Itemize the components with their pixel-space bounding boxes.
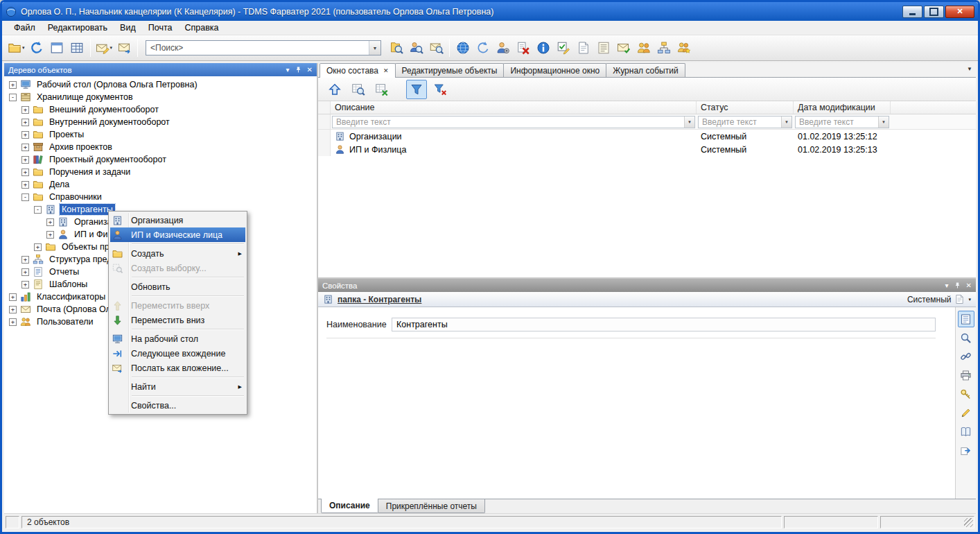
toolbar-reload-button[interactable] bbox=[473, 38, 493, 58]
column-header[interactable]: Описание bbox=[331, 101, 697, 114]
context-menu-item-refresh[interactable]: Обновить bbox=[110, 279, 245, 294]
toolbar-view-cards-button[interactable] bbox=[67, 38, 87, 58]
collapse-icon[interactable]: - bbox=[21, 193, 29, 201]
panel-menu-icon[interactable]: ▾ bbox=[945, 282, 949, 289]
prop-edit-button[interactable] bbox=[958, 404, 974, 421]
filter-input[interactable]: Введите текст▼ bbox=[698, 116, 792, 128]
toolbar-new-object-button[interactable]: ▾ bbox=[6, 38, 27, 58]
panel-close-icon[interactable]: ✕ bbox=[307, 66, 313, 74]
toolbar-find-mail-button[interactable] bbox=[426, 38, 446, 58]
expand-icon[interactable]: + bbox=[21, 256, 29, 264]
toolbar-contacts-button[interactable] bbox=[633, 38, 654, 58]
expand-icon[interactable]: + bbox=[46, 231, 54, 239]
filter-dropdown-icon[interactable]: ▼ bbox=[684, 117, 694, 128]
prop-tab-description[interactable]: Описание bbox=[321, 499, 378, 513]
tree-item[interactable]: +Внутренний документооборот bbox=[4, 116, 317, 128]
context-menu-item-send-as-attachment[interactable]: Послать как вложение... bbox=[110, 361, 245, 375]
menubar-item-help[interactable]: Справка bbox=[178, 21, 225, 34]
menubar-item-view[interactable]: Вид bbox=[114, 21, 142, 34]
status-dropdown-icon[interactable]: ▾ bbox=[968, 297, 971, 302]
toolbar-exchange-button[interactable] bbox=[453, 38, 473, 58]
toolbar-find-objects-button[interactable] bbox=[386, 38, 406, 58]
collapse-icon[interactable]: - bbox=[34, 206, 42, 214]
toolbar-new-window-button[interactable] bbox=[47, 38, 67, 58]
tree-item[interactable]: +Архив проектов bbox=[4, 141, 317, 153]
tab-close-icon[interactable]: ✕ bbox=[383, 67, 389, 74]
context-menu-item-to-desktop[interactable]: На рабочий стол bbox=[110, 331, 245, 346]
table-row[interactable]: ОрганизацииСистемный01.02.2019 13:25:12 bbox=[318, 130, 976, 143]
prop-access-button[interactable] bbox=[958, 386, 974, 402]
resize-grip[interactable] bbox=[880, 516, 974, 528]
prop-search-button[interactable] bbox=[958, 329, 974, 346]
expand-icon[interactable]: + bbox=[21, 169, 29, 176]
panel-close-icon[interactable]: ✕ bbox=[966, 282, 972, 289]
prop-links-button[interactable] bbox=[958, 348, 974, 365]
content-level-up-button[interactable] bbox=[324, 80, 345, 99]
toolbar-info-button[interactable] bbox=[533, 38, 553, 58]
toolbar-send-mail-button[interactable] bbox=[114, 38, 134, 58]
object-link[interactable]: папка - Контрагенты bbox=[338, 295, 421, 304]
menubar-item-edit[interactable]: Редактировать bbox=[42, 21, 114, 34]
tree-item[interactable]: -Хранилище документов bbox=[4, 91, 317, 103]
content-filter-settings-button[interactable] bbox=[430, 80, 450, 99]
context-menu-item-properties[interactable]: Свойства... bbox=[110, 398, 245, 413]
toolbar-user-tasks-button[interactable] bbox=[493, 38, 513, 58]
expand-icon[interactable]: + bbox=[9, 306, 17, 313]
expand-icon[interactable]: + bbox=[21, 268, 29, 276]
expand-icon[interactable]: + bbox=[21, 281, 29, 288]
search-dropdown-button[interactable]: ▼ bbox=[369, 41, 380, 55]
menubar-item-file[interactable]: Файл bbox=[8, 21, 42, 34]
tab-event-log[interactable]: Журнал событий bbox=[606, 63, 685, 77]
tabs-overflow-button[interactable]: ▼ bbox=[967, 66, 972, 72]
content-filter-button[interactable] bbox=[406, 80, 427, 99]
expand-icon[interactable]: + bbox=[21, 131, 29, 139]
toolbar-approval-button[interactable] bbox=[553, 38, 573, 58]
context-menu-item-find[interactable]: Найти▶ bbox=[110, 379, 245, 394]
toolbar-new-mail-button[interactable]: ▾ bbox=[94, 38, 115, 58]
context-menu-item-create-selection[interactable]: Создать выборку... bbox=[110, 261, 245, 275]
tree-item[interactable]: +Проектный документооборот bbox=[4, 153, 317, 166]
tree-item[interactable]: +Проекты bbox=[4, 128, 317, 141]
menubar-item-mail[interactable]: Почта bbox=[142, 21, 179, 34]
tab-composition[interactable]: Окно состава✕ bbox=[320, 63, 396, 78]
context-menu-item-move-up[interactable]: Переместить вверх bbox=[110, 298, 245, 313]
toolbar-document-button[interactable] bbox=[573, 38, 593, 58]
titlebar[interactable]: Орлова О. П., Начальник канцелярии (К Ка… bbox=[2, 2, 978, 21]
search-combobox[interactable]: <Поиск>▼ bbox=[146, 40, 381, 55]
filter-dropdown-icon[interactable]: ▼ bbox=[781, 117, 791, 128]
expand-icon[interactable]: + bbox=[21, 106, 29, 114]
expand-icon[interactable]: + bbox=[21, 156, 29, 164]
context-menu-item-next-occurrence[interactable]: Следующее вхождение bbox=[110, 346, 245, 361]
minimize-button[interactable] bbox=[902, 6, 922, 18]
filter-input[interactable]: Введите текст▼ bbox=[795, 116, 889, 128]
expand-icon[interactable]: + bbox=[46, 218, 54, 226]
context-menu-item-create[interactable]: Создать▶ bbox=[110, 246, 245, 261]
tree-item[interactable]: +Поручения и задачи bbox=[4, 166, 317, 178]
expand-icon[interactable]: + bbox=[9, 318, 17, 326]
toolbar-org-structure-button[interactable] bbox=[654, 38, 674, 58]
expand-icon[interactable]: + bbox=[9, 293, 17, 301]
table-row[interactable]: ИП и ФизлицаСистемный01.02.2019 13:25:13 bbox=[318, 143, 976, 156]
maximize-button[interactable] bbox=[924, 6, 944, 18]
column-header[interactable]: Статус bbox=[697, 101, 794, 114]
toolbar-find-users-button[interactable] bbox=[406, 38, 426, 58]
close-button[interactable]: ✕ bbox=[945, 6, 974, 18]
content-find-in-list-button[interactable] bbox=[348, 80, 369, 99]
prop-catalog-button[interactable] bbox=[958, 423, 974, 440]
toolbar-refresh-button[interactable] bbox=[27, 38, 47, 58]
panel-menu-icon[interactable]: ▾ bbox=[286, 66, 290, 74]
tab-info-window[interactable]: Информационное окно bbox=[503, 63, 606, 77]
context-menu-item-create-organization[interactable]: Организация bbox=[110, 213, 245, 227]
toolbar-notes-button[interactable] bbox=[593, 38, 613, 58]
expand-icon[interactable]: + bbox=[21, 144, 29, 151]
toolbar-user-groups-button[interactable] bbox=[674, 38, 694, 58]
expand-icon[interactable]: + bbox=[9, 81, 17, 89]
column-header[interactable]: Дата модификации bbox=[794, 101, 891, 114]
prop-print-button[interactable] bbox=[958, 367, 974, 384]
toolbar-delete-object-button[interactable] bbox=[513, 38, 533, 58]
tree-item[interactable]: +Внешний документооборот bbox=[4, 103, 317, 116]
expand-icon[interactable]: + bbox=[21, 119, 29, 126]
prop-export-button[interactable] bbox=[958, 442, 974, 458]
tree-item[interactable]: +Рабочий стол (Орлова Ольга Петровна) bbox=[4, 78, 317, 91]
context-menu-item-move-down[interactable]: Переместить вниз bbox=[110, 313, 245, 327]
